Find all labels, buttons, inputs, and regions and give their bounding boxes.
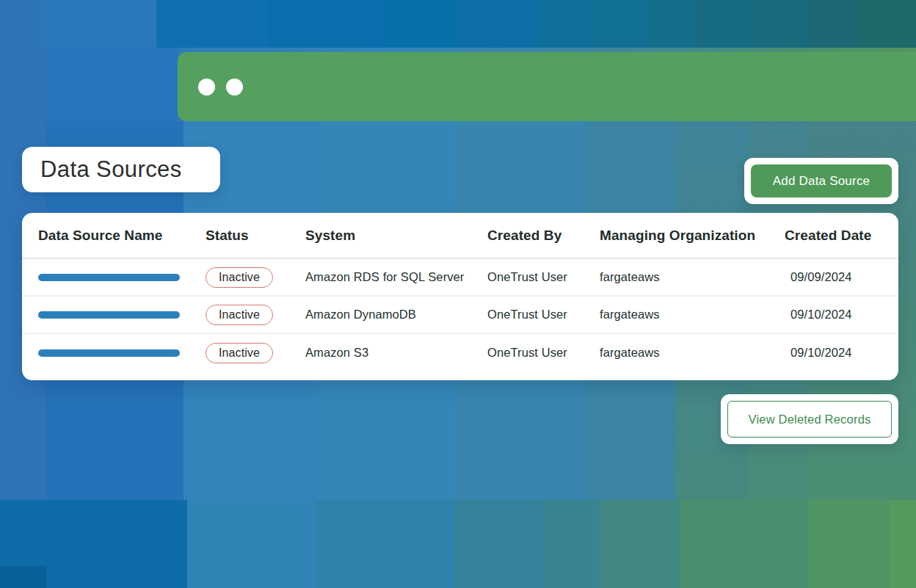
- created-by-cell: OneTrust User: [487, 346, 600, 360]
- redacted-name-cell: [38, 346, 206, 360]
- mosaic-tile: [696, 0, 751, 48]
- marketing-screenshot: Data Sources Add Data Source Data Source…: [0, 0, 916, 588]
- created-by-cell: OneTrust User: [487, 308, 600, 322]
- mosaic-tile: [859, 0, 916, 48]
- column-header-data-source-name: Data Source Name: [38, 228, 206, 244]
- mosaic-tile: [0, 48, 46, 121]
- redacted-name-cell: [38, 308, 206, 322]
- status-cell: Inactive: [206, 305, 305, 325]
- data-sources-table: Data Source Name Status System Created B…: [22, 213, 898, 380]
- table-body: Inactive Amazon RDS for SQL Server OneTr…: [22, 259, 898, 371]
- mosaic-tile: [156, 0, 266, 48]
- mosaic-tile: [454, 500, 545, 588]
- mosaic-tile: [807, 500, 890, 588]
- managing-organization-cell: fargateaws: [600, 270, 785, 284]
- mosaic-tile: [266, 0, 384, 48]
- status-badge: Inactive: [206, 305, 273, 325]
- status-badge: Inactive: [206, 267, 273, 288]
- status-cell: Inactive: [206, 267, 305, 288]
- mosaic-tile: [457, 0, 536, 48]
- column-header-created-date: Created Date: [785, 228, 882, 244]
- mosaic-tile: [806, 0, 859, 48]
- table-row[interactable]: Inactive Amazon DynamoDB OneTrust User f…: [22, 297, 898, 334]
- redacted-name-bar: [38, 274, 180, 281]
- page-title: Data Sources: [40, 156, 182, 183]
- mosaic-tile: [545, 500, 600, 588]
- mosaic-tile: [46, 48, 178, 121]
- table-header-row: Data Source Name Status System Created B…: [22, 213, 898, 259]
- column-header-created-by: Created By: [487, 228, 600, 244]
- view-deleted-records-button[interactable]: View Deleted Records: [727, 401, 892, 438]
- status-cell: Inactive: [206, 343, 305, 363]
- add-data-source-container: Add Data Source: [744, 158, 898, 204]
- mosaic-tile: [316, 500, 454, 588]
- system-cell: Amazon S3: [305, 346, 487, 360]
- page-title-chip: Data Sources: [22, 147, 220, 192]
- redacted-name-bar: [38, 349, 180, 357]
- managing-organization-cell: fargateaws: [600, 308, 785, 322]
- view-deleted-records-container: View Deleted Records: [721, 394, 898, 444]
- mosaic-tile: [751, 0, 806, 48]
- column-header-system: System: [305, 228, 487, 244]
- mosaic-tile: [46, 0, 156, 48]
- redacted-name-cell: [38, 270, 206, 284]
- mosaic-tile: [0, 566, 46, 588]
- add-data-source-button[interactable]: Add Data Source: [751, 164, 892, 197]
- mosaic-tile: [384, 0, 457, 48]
- mosaic-tile: [88, 500, 187, 588]
- managing-organization-cell: fargateaws: [600, 346, 785, 360]
- system-cell: Amazon DynamoDB: [305, 308, 487, 322]
- mosaic-tile: [187, 500, 316, 588]
- created-date-cell: 09/10/2024: [785, 308, 882, 322]
- mosaic-tile: [890, 500, 916, 588]
- mosaic-tile: [680, 500, 807, 588]
- system-cell: Amazon RDS for SQL Server: [305, 270, 487, 284]
- mosaic-tile: [536, 0, 591, 48]
- redacted-name-bar: [38, 311, 180, 319]
- window-dot-icon: [226, 79, 243, 95]
- column-header-status: Status: [206, 228, 305, 244]
- created-by-cell: OneTrust User: [487, 270, 600, 284]
- table-row[interactable]: Inactive Amazon S3 OneTrust User fargate…: [22, 334, 898, 371]
- status-badge: Inactive: [206, 343, 273, 363]
- column-header-managing-organization: Managing Organization: [600, 228, 785, 244]
- table-row[interactable]: Inactive Amazon RDS for SQL Server OneTr…: [22, 259, 898, 297]
- window-dot-icon: [198, 79, 215, 95]
- created-date-cell: 09/10/2024: [785, 346, 882, 360]
- mosaic-tile: [644, 0, 696, 48]
- created-date-cell: 09/09/2024: [785, 270, 882, 284]
- window-title-bar: [178, 52, 916, 121]
- mosaic-tile: [591, 0, 644, 48]
- mosaic-tile: [600, 500, 680, 588]
